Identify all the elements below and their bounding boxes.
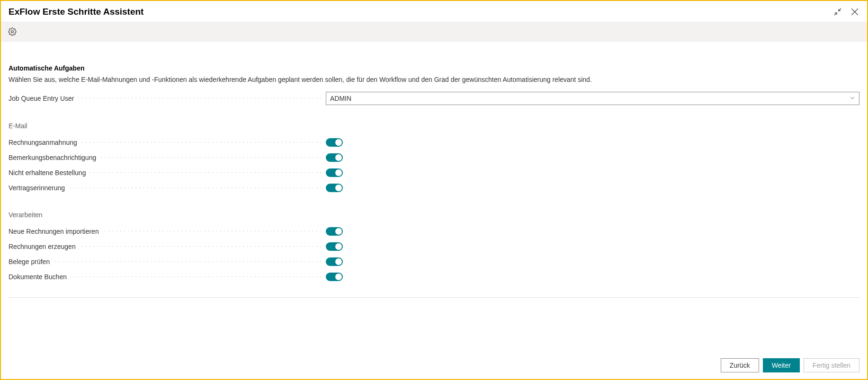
job-queue-row: Job Queue Entry User ADMIN xyxy=(9,92,859,105)
next-button[interactable]: Weiter xyxy=(763,358,800,372)
email-heading: E-Mail xyxy=(9,122,859,130)
toggle-pruefen[interactable] xyxy=(326,257,343,266)
toggle-row-buchen: Dokumente Buchen xyxy=(9,273,859,281)
finish-button: Fertig stellen xyxy=(804,358,859,372)
back-button[interactable]: Zurück xyxy=(721,358,759,372)
toggle-label: Nicht erhaltene Bestellung xyxy=(9,169,89,177)
section-title: Automatische Aufgaben xyxy=(9,64,859,72)
toggle-row-pruefen: Belege prüfen xyxy=(9,257,859,266)
gear-icon[interactable] xyxy=(6,25,19,38)
process-heading: Verarbeiten xyxy=(9,211,859,219)
toggle-vertrag[interactable] xyxy=(326,184,343,192)
footer: Zurück Weiter Fertig stellen xyxy=(1,353,867,379)
titlebar: ExFlow Erste Schritte Assistent xyxy=(1,1,867,22)
toggle-label: Neue Rechnungen importieren xyxy=(9,228,102,235)
footer-separator xyxy=(9,297,859,298)
toggle-label: Rechnungen erzeugen xyxy=(9,243,79,250)
toggle-label: Vertragserinnerung xyxy=(9,184,68,192)
toggle-buchen[interactable] xyxy=(326,273,343,281)
toggle-nicht-erhalten[interactable] xyxy=(326,168,343,177)
collapse-icon[interactable] xyxy=(833,7,842,17)
job-queue-select[interactable]: ADMIN xyxy=(326,92,859,105)
job-queue-label: Job Queue Entry User xyxy=(9,95,77,102)
toggle-row-import: Neue Rechnungen importieren xyxy=(9,227,859,236)
svg-point-2 xyxy=(11,31,14,33)
toggle-bemerkung[interactable] xyxy=(326,153,343,162)
toggle-erzeugen[interactable] xyxy=(326,242,343,251)
content-area: Automatische Aufgaben Wählen Sie aus, we… xyxy=(1,42,867,353)
toolbar xyxy=(1,22,867,42)
toggle-row-vertrag: Vertragserinnerung xyxy=(9,184,859,192)
job-queue-value: ADMIN xyxy=(330,95,351,102)
section-description: Wählen Sie aus, welche E-Mail-Mahnungen … xyxy=(9,76,859,83)
assistant-window: ExFlow Erste Schritte Assistent xyxy=(0,0,868,380)
toggle-row-bemerkung: Bemerkungsbenachrichtigung xyxy=(9,153,859,162)
chevron-down-icon xyxy=(850,95,855,102)
toggle-rechnungsanmahnung[interactable] xyxy=(326,138,343,147)
toggle-row-nicht-erhalten: Nicht erhaltene Bestellung xyxy=(9,168,859,177)
toggle-label: Dokumente Buchen xyxy=(9,273,70,281)
toggle-row-erzeugen: Rechnungen erzeugen xyxy=(9,242,859,251)
close-icon[interactable] xyxy=(850,7,859,17)
toggle-import[interactable] xyxy=(326,227,343,236)
window-title: ExFlow Erste Schritte Assistent xyxy=(9,7,143,17)
field-control: ADMIN xyxy=(326,92,859,105)
toggle-label: Rechnungsanmahnung xyxy=(9,139,80,146)
toggle-row-rechnungsanmahnung: Rechnungsanmahnung xyxy=(9,138,859,147)
toggle-label: Bemerkungsbenachrichtigung xyxy=(9,154,99,161)
field-label-wrap: Job Queue Entry User xyxy=(9,95,326,102)
toggle-label: Belege prüfen xyxy=(9,258,53,265)
titlebar-actions xyxy=(833,7,859,17)
